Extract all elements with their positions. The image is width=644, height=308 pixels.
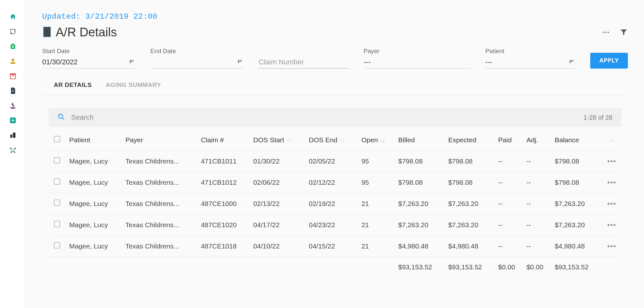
cell-dos-end: 02/12/22 (306, 172, 359, 193)
col-balance[interactable]: Balance (552, 129, 602, 151)
start-date-input[interactable] (42, 57, 136, 69)
sidebar (0, 0, 26, 308)
cell-dos-start: 02/06/22 (251, 172, 306, 193)
row-actions-icon[interactable]: ••• (607, 157, 616, 165)
patient-input[interactable] (485, 57, 575, 69)
svg-rect-4 (238, 60, 239, 63)
cell-expected: $798.08 (446, 172, 496, 193)
table-row[interactable]: Magee, Lucy Texas Childrens... 487CE1020… (49, 214, 621, 236)
cell-open: 21 (359, 193, 395, 214)
svg-rect-3 (133, 60, 134, 61)
apply-button[interactable]: APPLY (590, 53, 628, 69)
cell-adj: -- (524, 172, 552, 193)
cell-payer: Texas Childrens... (123, 151, 198, 172)
calendar-icon[interactable] (129, 59, 134, 65)
search-input[interactable] (71, 113, 583, 122)
cell-payer: Texas Childrens... (123, 214, 198, 236)
result-count: 1-28 of 28 (583, 114, 612, 121)
sort-icon: ↑↓ (610, 138, 615, 143)
cell-dos-end: 02/05/22 (306, 151, 359, 172)
col-open[interactable]: Open ↑↓ (359, 129, 395, 151)
totals-row: $93,153.52 $93,153.52 $0.00 $0.00 $93,15… (49, 257, 621, 278)
end-date-input[interactable] (150, 57, 244, 69)
row-actions-icon[interactable]: ••• (607, 242, 616, 250)
svg-rect-6 (241, 60, 242, 61)
col-expected[interactable]: Expected (446, 129, 496, 151)
cell-adj: -- (524, 193, 552, 214)
payer-input[interactable] (364, 57, 470, 69)
tab-aging-summary[interactable]: AGING SUMMARY (106, 80, 161, 95)
col-dos-start[interactable]: DOS Start ↑↓ (251, 129, 306, 151)
table-row[interactable]: Magee, Lucy Texas Childrens... 487CE1000… (49, 193, 621, 214)
cell-patient: Magee, Lucy (67, 193, 123, 214)
content-area: 1-28 of 28 Patient Payer Claim # DOS Sta… (42, 95, 628, 308)
svg-point-10 (59, 114, 63, 118)
nav-payment-icon[interactable] (9, 102, 17, 109)
row-actions-icon[interactable]: ••• (607, 179, 616, 186)
ar-details-table: Patient Payer Claim # DOS Start ↑↓ DOS E… (49, 129, 621, 277)
col-payer[interactable]: Payer (123, 129, 198, 151)
row-checkbox[interactable] (54, 178, 60, 185)
svg-rect-2 (131, 60, 132, 62)
nav-calendar-icon[interactable] (9, 72, 17, 80)
nav-user-icon[interactable] (9, 57, 17, 65)
table-row[interactable]: Magee, Lucy Texas Childrens... 487CE1018… (49, 236, 621, 257)
end-date-label: End Date (150, 48, 244, 55)
nav-tools-icon[interactable] (9, 146, 17, 154)
row-checkbox[interactable] (54, 242, 60, 248)
row-actions-icon[interactable]: ••• (607, 221, 616, 229)
title-row: A/R Details ••• (42, 25, 628, 39)
svg-rect-7 (570, 60, 571, 63)
sort-icon: ↑↓ (287, 138, 291, 143)
patient-picker-icon[interactable] (569, 59, 574, 65)
cell-balance: $7,263.20 (552, 193, 602, 214)
select-all-checkbox[interactable] (54, 136, 60, 142)
claim-number-input[interactable] (259, 50, 349, 69)
search-icon[interactable] (58, 113, 65, 122)
nav-org-icon[interactable] (9, 131, 17, 139)
table-row[interactable]: Magee, Lucy Texas Childrens... 471CB1012… (49, 172, 621, 193)
nav-add-icon[interactable] (9, 117, 17, 124)
cell-open: 95 (359, 151, 395, 172)
col-dos-end[interactable]: DOS End ↑↓ (306, 129, 359, 151)
total-adj: $0.00 (524, 257, 552, 278)
end-date-field: End Date (150, 48, 244, 69)
cell-billed: $7,263.20 (396, 193, 446, 214)
calendar-icon[interactable] (237, 59, 242, 65)
col-paid[interactable]: Paid (496, 129, 524, 151)
nav-home-icon[interactable] (9, 13, 17, 21)
col-actions[interactable]: ↑↓ (602, 129, 621, 151)
total-balance: $93,153.52 (552, 257, 602, 278)
cell-balance: $798.08 (552, 151, 602, 172)
claim-number-field (259, 50, 349, 69)
page-title: A/R Details (56, 25, 117, 39)
nav-person-home-icon[interactable] (9, 42, 17, 50)
tab-ar-details[interactable]: AR DETAILS (54, 80, 92, 95)
row-checkbox[interactable] (54, 200, 60, 206)
nav-inbox-icon[interactable] (9, 28, 17, 35)
row-checkbox[interactable] (54, 221, 60, 227)
more-options-icon[interactable]: ••• (602, 30, 610, 35)
cell-open: 21 (359, 236, 395, 257)
col-billed[interactable]: Billed (396, 129, 446, 151)
col-patient[interactable]: Patient (67, 129, 123, 151)
filters-row: Start Date End Date Payer Patient A (42, 48, 628, 69)
cell-adj: -- (524, 236, 552, 257)
filter-icon[interactable] (620, 28, 628, 37)
nav-invoice-icon[interactable] (9, 87, 17, 95)
table-container: Patient Payer Claim # DOS Start ↑↓ DOS E… (49, 129, 621, 308)
row-checkbox[interactable] (54, 157, 60, 163)
cell-claim: 487CE1018 (198, 236, 251, 257)
col-adj[interactable]: Adj. (524, 129, 552, 151)
cell-balance: $4,980.48 (552, 236, 602, 257)
cell-billed: $798.08 (396, 172, 446, 193)
cell-dos-end: 02/19/22 (306, 193, 359, 214)
cell-dos-start: 04/10/22 (251, 236, 306, 257)
cell-open: 95 (359, 172, 395, 193)
row-actions-icon[interactable]: ••• (607, 200, 616, 207)
cell-patient: Magee, Lucy (67, 214, 123, 236)
col-claim[interactable]: Claim # (198, 129, 251, 151)
table-row[interactable]: Magee, Lucy Texas Childrens... 471CB1011… (49, 151, 621, 172)
cell-billed: $7,263.20 (396, 214, 446, 236)
total-billed: $93,153.52 (396, 257, 446, 278)
